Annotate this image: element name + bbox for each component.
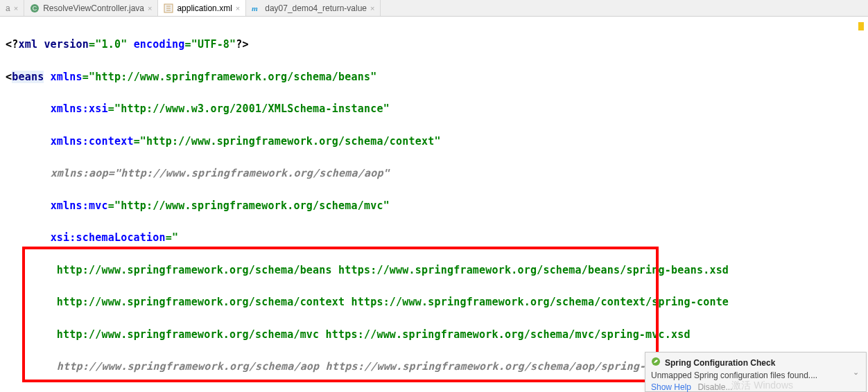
- tab-label: day07_demo4_return-value: [265, 3, 367, 13]
- close-icon[interactable]: ×: [148, 4, 152, 12]
- tab-application-xml[interactable]: application.xml ×: [158, 0, 246, 16]
- code-editor[interactable]: <?xml version="1.0" encoding="UTF-8"?> <…: [0, 17, 868, 392]
- maven-icon: m: [252, 3, 261, 13]
- disable-link[interactable]: Disable...: [697, 382, 732, 392]
- code-line: http://www.springframework.org/schema/be…: [6, 262, 862, 278]
- close-icon[interactable]: ×: [370, 4, 374, 12]
- show-help-link[interactable]: Show Help: [651, 382, 691, 392]
- code-line: xmlns:xsi="http://www.w3.org/2001/XMLSch…: [6, 101, 862, 117]
- popup-title: Spring Configuration Check: [665, 358, 775, 368]
- close-icon[interactable]: ×: [14, 4, 18, 12]
- code-line: xmlns:aop="http://www.springframework.or…: [6, 166, 862, 181]
- java-class-icon: C: [30, 3, 40, 13]
- code-line: <beans xmlns="http://www.springframework…: [6, 69, 862, 85]
- code-line: xmlns:mvc="http://www.springframework.or…: [6, 198, 862, 214]
- tab-label: a: [6, 3, 10, 13]
- editor-tabs: a × C ResolveViewController.java × appli…: [0, 0, 868, 17]
- code-line: http://www.springframework.org/schema/mv…: [6, 327, 862, 343]
- tab-resolve-controller[interactable]: C ResolveViewController.java ×: [24, 0, 158, 16]
- code-line: <?xml version="1.0" encoding="UTF-8"?>: [6, 37, 862, 53]
- spring-leaf-icon: [651, 357, 661, 368]
- svg-text:m: m: [252, 3, 258, 12]
- tab-label: ResolveViewController.java: [43, 3, 144, 13]
- code-line: xmlns:context="http://www.springframewor…: [6, 134, 862, 150]
- svg-text:C: C: [33, 5, 37, 12]
- close-icon[interactable]: ×: [236, 4, 240, 12]
- code-line: xsi:schemaLocation=": [6, 230, 862, 246]
- tab-partial[interactable]: a ×: [0, 0, 24, 16]
- chevron-down-icon[interactable]: ⌄: [853, 368, 859, 377]
- popup-message: Unmapped Spring configuration files foun…: [651, 371, 860, 380]
- warning-marker[interactable]: [858, 22, 864, 30]
- notification-popup: Spring Configuration Check Unmapped Spri…: [645, 352, 867, 392]
- tab-label: application.xml: [177, 3, 232, 13]
- spring-config-icon: [164, 3, 173, 13]
- code-line: http://www.springframework.org/schema/co…: [6, 294, 862, 310]
- tab-day07-demo4[interactable]: m day07_demo4_return-value ×: [246, 0, 381, 16]
